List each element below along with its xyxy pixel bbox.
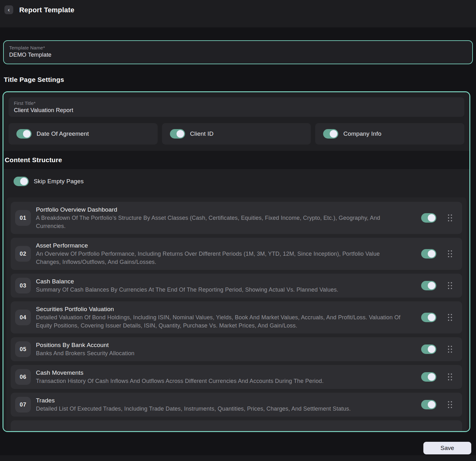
content-structure-section: Skip Empty Pages 01 Portfolio Overview D…: [3, 169, 469, 432]
client-id-toggle[interactable]: [170, 129, 185, 139]
save-button[interactable]: Save: [423, 442, 471, 454]
item-description: Banks And Brokers Security Allocation: [36, 349, 135, 357]
date-of-agreement-label: Date Of Agreement: [37, 130, 89, 137]
app-header: ‹ Report Template: [0, 0, 476, 27]
skip-empty-pages-label: Skip Empty Pages: [34, 178, 84, 185]
item-toggle[interactable]: [421, 400, 436, 409]
template-name-value: DEMO Template: [9, 52, 467, 58]
content-structure-heading: Content Structure: [5, 156, 62, 164]
drag-handle-icon[interactable]: [447, 344, 453, 354]
drag-handle-icon[interactable]: [447, 313, 453, 322]
item-description: Detailed Valuation Of Bond Holdings, Inc…: [36, 313, 405, 330]
list-item: 01 Portfolio Overview Dashboard A Breakd…: [11, 202, 462, 234]
item-description: Detailed List Of Executed Trades, Includ…: [36, 405, 351, 413]
item-number-badge: 07: [15, 397, 31, 413]
item-toggle[interactable]: [421, 344, 436, 354]
company-info-toggle[interactable]: [323, 129, 338, 139]
title-page-settings-section: First Title* Client Valuation Report Dat…: [3, 92, 469, 151]
client-id-label: Client ID: [190, 130, 214, 137]
list-item: 03 Cash Balance Summary Of Cash Balances…: [11, 274, 462, 298]
content-structure-list: 01 Portfolio Overview Dashboard A Breakd…: [6, 197, 467, 432]
item-text: Asset Performance An Overview Of Portfol…: [36, 242, 405, 266]
item-description: An Overview Of Portfolio Performance, In…: [36, 250, 405, 266]
item-number-badge: 04: [15, 310, 31, 325]
item-title: Cash Balance: [36, 277, 338, 286]
item-title: Securities Portfolio Valuation: [36, 305, 405, 313]
skip-empty-pages-toggle[interactable]: [14, 177, 29, 186]
item-toggle[interactable]: [421, 249, 436, 259]
drag-handle-icon[interactable]: [447, 249, 453, 259]
title-page-settings-panel: First Title* Client Valuation Report Dat…: [3, 91, 470, 432]
date-of-agreement-card[interactable]: Date Of Agreement: [9, 123, 158, 145]
list-item: 04 Securities Portfolio Valuation Detail…: [11, 301, 462, 333]
item-description: Transaction History Of Cash Inflows And …: [36, 377, 324, 385]
client-id-card[interactable]: Client ID: [162, 123, 311, 145]
company-info-card[interactable]: Company Info: [315, 123, 464, 145]
title-page-settings-heading: Title Page Settings: [4, 76, 476, 83]
list-item: 06 Cash Movements Transaction History Of…: [11, 365, 462, 389]
item-title: Positions By Bank Account: [36, 341, 135, 349]
item-text: Positions By Bank Account Banks And Brok…: [36, 341, 135, 357]
item-title: Trades: [36, 396, 351, 405]
item-number-badge: 03: [15, 278, 31, 293]
list-item: 02 Asset Performance An Overview Of Port…: [11, 238, 462, 270]
item-text: Trades Detailed List Of Executed Trades,…: [36, 396, 351, 413]
template-name-label: Template Name*: [9, 45, 467, 50]
item-text: Cash Movements Transaction History Of Ca…: [36, 369, 324, 385]
item-title: Asset Performance: [36, 242, 405, 250]
first-title-field[interactable]: First Title* Client Valuation Report: [9, 97, 464, 117]
drag-handle-icon[interactable]: [447, 281, 453, 290]
company-info-label: Company Info: [343, 130, 381, 137]
item-number-badge: 01: [15, 210, 31, 226]
page-title: Report Template: [19, 6, 74, 14]
item-title: Cash Movements: [36, 369, 324, 377]
item-title: Portfolio Overview Dashboard: [36, 206, 405, 214]
drag-handle-icon[interactable]: [447, 400, 453, 409]
list-item: 07 Trades Detailed List Of Executed Trad…: [11, 393, 462, 417]
title-page-toggle-row: Date Of Agreement Client ID Company Info: [9, 123, 464, 145]
item-number-badge: 06: [15, 369, 31, 385]
item-text: Cash Balance Summary Of Cash Balances By…: [36, 277, 338, 294]
list-item-partial: [11, 420, 462, 432]
back-button[interactable]: ‹: [4, 5, 13, 14]
drag-handle-icon[interactable]: [447, 213, 453, 223]
item-description: A Breakdown Of The Portfolio’s Structure…: [36, 214, 405, 230]
drag-handle-icon[interactable]: [447, 372, 453, 382]
skip-empty-pages-row: Skip Empty Pages: [6, 177, 467, 186]
item-text: Portfolio Overview Dashboard A Breakdown…: [36, 206, 405, 230]
template-name-field[interactable]: Template Name* DEMO Template: [3, 40, 473, 64]
item-toggle[interactable]: [421, 213, 436, 223]
item-toggle[interactable]: [421, 313, 436, 322]
first-title-value: Client Valuation Report: [14, 107, 459, 114]
content-structure-band: Content Structure: [3, 151, 469, 169]
item-number-badge: 02: [15, 246, 31, 262]
item-toggle[interactable]: [421, 372, 436, 382]
item-description: Summary Of Cash Balances By Currencies A…: [36, 286, 338, 294]
chevron-left-icon: ‹: [8, 7, 10, 13]
list-item: 05 Positions By Bank Account Banks And B…: [11, 337, 462, 361]
date-of-agreement-toggle[interactable]: [16, 129, 32, 139]
item-toggle[interactable]: [421, 281, 436, 290]
first-title-label: First Title*: [14, 100, 459, 106]
bottom-band: [0, 455, 476, 461]
item-text: Securities Portfolio Valuation Detailed …: [36, 305, 405, 330]
item-number-badge: 05: [15, 341, 31, 357]
